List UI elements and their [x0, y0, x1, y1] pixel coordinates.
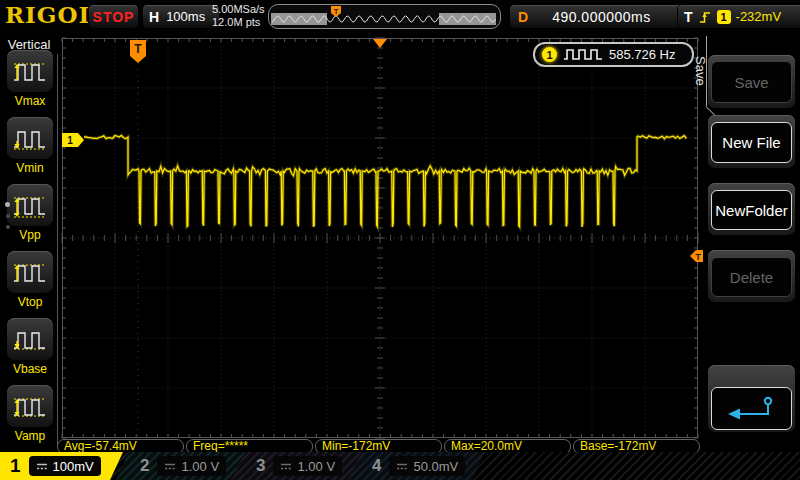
channel-number: 2: [140, 456, 149, 476]
channel-scale-box: 1.00 V: [157, 456, 226, 476]
trigger-source-badge: 1: [717, 10, 731, 24]
channel-number: 3: [256, 456, 265, 476]
new-file-button[interactable]: New File: [711, 122, 792, 163]
channel-status-bar: 1 100mV2 1.00 V3 1.00 V4 50.0mV: [0, 452, 800, 480]
waveform-memory-bar[interactable]: T: [268, 4, 501, 29]
coupling-icon: [280, 462, 292, 471]
timebase-box[interactable]: H 100ms: [142, 4, 220, 29]
coupling-icon: [164, 462, 176, 471]
vmin-icon: [12, 123, 48, 153]
channel-tab-2[interactable]: 2 1.00 V: [116, 452, 253, 480]
menu-button-vmin[interactable]: [7, 117, 53, 159]
vmax-icon: [12, 56, 48, 86]
trigger-label: T: [684, 9, 693, 25]
trigger-slope-rising-icon: [698, 9, 712, 25]
delay-value: 490.000000ms: [552, 9, 651, 25]
return-button[interactable]: [711, 387, 792, 430]
vtop-icon: [12, 257, 48, 287]
page-dot: [6, 225, 10, 229]
coupling-icon: [396, 462, 408, 471]
svg-text:T: T: [334, 7, 339, 16]
menu-button-vtop[interactable]: [7, 251, 53, 293]
return-arrow-icon: [724, 394, 780, 424]
oscilloscope-screen: RIGOL STOP H 100ms 5.00MSa/s 12.0M pts T…: [0, 0, 800, 480]
coupling-icon: [36, 462, 48, 471]
vpp-icon: [12, 190, 48, 220]
delay-label: D: [518, 9, 528, 25]
vbase-icon: [12, 324, 48, 354]
right-menu-frame-line: [706, 36, 707, 106]
horizontal-reference-marker: [373, 39, 387, 48]
svg-text:T: T: [134, 42, 142, 56]
channel-scale-box: 1.00 V: [273, 456, 342, 476]
new-folder-button-slot: NewFolder: [708, 183, 795, 235]
square-wave-icon: [563, 48, 603, 61]
top-bar: RIGOL STOP H 100ms 5.00MSa/s 12.0M pts T…: [0, 0, 800, 32]
delete-button[interactable]: Delete: [711, 257, 792, 297]
timebase-value: 100ms: [166, 9, 205, 24]
trigger-box[interactable]: T 1 -232mV: [677, 4, 800, 29]
page-dot: [6, 214, 10, 218]
svg-text:T: T: [695, 252, 701, 262]
menu-label-vtop: Vtop: [0, 295, 60, 309]
freq-counter-badge: 1 585.726 Hz: [533, 42, 694, 67]
waveform-trace: [84, 135, 686, 227]
rigol-logo: RIGOL: [5, 1, 96, 28]
freq-counter-value: 585.726 Hz: [609, 47, 676, 62]
return-button-slot: [708, 365, 795, 432]
channel-tab-3[interactable]: 3 1.00 V: [232, 452, 369, 480]
svg-text:1: 1: [67, 135, 73, 146]
delete-button-slot: Delete: [708, 250, 795, 302]
channel-scale: 1.00 V: [297, 459, 335, 474]
memory-waveform-icon: T: [269, 5, 498, 26]
memory-trigger-position-icon: T: [331, 6, 341, 17]
trigger-level-value: -232mV: [736, 9, 782, 24]
memory-depth: 12.0M pts: [212, 16, 265, 29]
sample-rate: 5.00MSa/s: [212, 3, 265, 16]
new-file-button-slot: New File: [708, 115, 795, 168]
channel-scale: 50.0mV: [413, 459, 458, 474]
menu-button-vpp[interactable]: [7, 184, 53, 226]
channel-scale: 1.00 V: [181, 459, 219, 474]
channel1-offset-marker[interactable]: 1: [62, 133, 84, 147]
freq-counter-channel-badge: 1: [542, 47, 557, 62]
menu-button-vmax[interactable]: [7, 50, 53, 92]
save-button-slot: Save: [708, 55, 795, 108]
channel-number: 4: [372, 456, 381, 476]
menu-label-vpp: Vpp: [0, 228, 60, 242]
run-stop-button[interactable]: STOP: [88, 4, 139, 29]
page-dot-active: [5, 202, 10, 207]
left-menu-separator: [57, 54, 58, 446]
menu-page-dots: [5, 202, 10, 229]
menu-button-vamp[interactable]: [7, 385, 53, 427]
menu-label-vmin: Vmin: [0, 161, 60, 175]
channel-scale-box: 100mV: [29, 456, 101, 476]
new-folder-button[interactable]: NewFolder: [711, 190, 792, 230]
channel-number: 1: [10, 455, 21, 477]
channel-tab-1[interactable]: 1 100mV: [0, 452, 123, 480]
menu-label-vmax: Vmax: [0, 94, 60, 108]
save-button[interactable]: Save: [711, 61, 792, 103]
trigger-position-marker[interactable]: T: [130, 40, 146, 63]
timebase-label: H: [149, 9, 159, 25]
vamp-icon: [12, 391, 48, 421]
acquisition-info: 5.00MSa/s 12.0M pts: [212, 3, 265, 29]
channel-scale-box: 50.0mV: [389, 456, 465, 476]
menu-label-vamp: Vamp: [0, 429, 60, 443]
menu-button-vbase[interactable]: [7, 318, 53, 360]
trigger-level-marker[interactable]: T: [690, 250, 703, 262]
channel-scale: 100mV: [53, 459, 94, 474]
menu-label-vbase: Vbase: [0, 362, 60, 376]
graticule: T 1 T: [62, 38, 698, 438]
channel-tab-4[interactable]: 4 50.0mV: [348, 452, 485, 480]
delay-box[interactable]: D 490.000000ms: [509, 4, 686, 29]
